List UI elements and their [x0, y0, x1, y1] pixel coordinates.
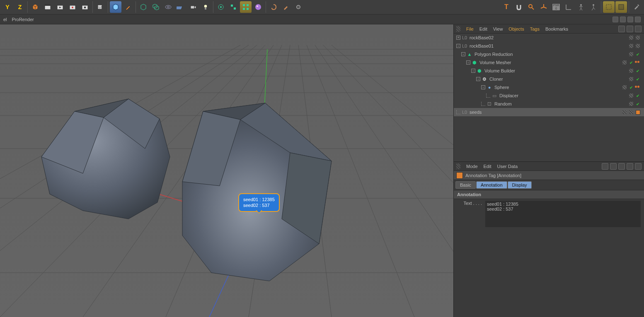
cube-copy-icon[interactable] [150, 1, 162, 13]
pencil-icon[interactable] [122, 1, 134, 13]
cube-wireframe-add-icon[interactable] [138, 1, 149, 13]
tag-enable-icon[interactable] [628, 51, 634, 57]
tag-enable-icon[interactable] [628, 109, 634, 115]
am-nav-back-icon[interactable] [602, 163, 608, 170]
am-menu-mode[interactable]: Mode [466, 164, 478, 169]
cubes-group-icon[interactable] [240, 1, 252, 13]
om-menu-objects[interactable]: Objects [508, 26, 524, 31]
tag-enable-icon[interactable] [628, 101, 634, 107]
tree-expander-icon[interactable]: + [456, 36, 460, 40]
tree-label[interactable]: Cloner [489, 77, 503, 82]
om-menu-view[interactable]: View [493, 26, 503, 31]
tree-expander-icon[interactable] [486, 94, 490, 98]
tree-label[interactable]: Displacer [499, 93, 518, 98]
am-menu-edit[interactable]: Edit [484, 164, 491, 169]
axis-y-icon[interactable]: Y [2, 1, 13, 13]
tag-dots-icon[interactable] [635, 60, 641, 65]
am-nav-up-icon[interactable] [618, 163, 625, 170]
psr-icon[interactable]: PSR0 [550, 1, 562, 13]
tag-check-icon[interactable]: ✔ [635, 51, 641, 57]
tree-row-rockbase02[interactable]: +L0rockBase02 [454, 34, 644, 42]
om-menu-file[interactable]: File [466, 26, 474, 31]
magnet-icon[interactable] [513, 1, 525, 13]
tag-check-icon[interactable]: ✔ [635, 101, 641, 107]
tree-row-seeds[interactable]: L0seeds [454, 108, 644, 116]
cube-shaded-icon[interactable] [110, 1, 121, 13]
brush-icon[interactable] [280, 1, 292, 13]
tag-annotation-icon[interactable] [635, 109, 641, 115]
om-menu-edit[interactable]: Edit [479, 26, 487, 31]
tree-row-rockbase01[interactable]: -L0rockBase01 [454, 42, 644, 50]
om-eye-icon[interactable] [635, 26, 642, 32]
tree-expander-icon[interactable] [481, 102, 485, 106]
clapper-play-icon[interactable] [54, 1, 66, 13]
viewport-rotate-icon[interactable] [627, 17, 633, 22]
am-newwin-icon[interactable] [635, 163, 642, 170]
tag-check-icon[interactable]: ✔ [635, 76, 641, 82]
clapper-icon[interactable] [42, 1, 53, 13]
tag-enable-icon[interactable] [635, 35, 641, 41]
attr-text-value[interactable] [485, 201, 641, 227]
text-icon[interactable]: T [501, 1, 512, 13]
floor-icon[interactable] [175, 1, 186, 13]
tag-check-icon[interactable]: ✔ [628, 60, 634, 65]
selection-a-icon[interactable] [603, 1, 615, 13]
om-home-icon[interactable] [627, 26, 633, 32]
search-icon[interactable] [525, 1, 537, 13]
tree-row-volume-builder[interactable]: -⬢Volume Builder✔ [454, 67, 644, 75]
tree-expander-icon[interactable]: - [471, 69, 475, 73]
tag-enable-icon[interactable] [628, 93, 634, 98]
tag-enable-icon[interactable] [628, 68, 634, 74]
tag-enable-icon[interactable] [628, 35, 634, 41]
sphere-icon[interactable] [252, 1, 264, 13]
om-menu-bookmarks[interactable]: Bookmarks [545, 26, 568, 31]
torus-icon[interactable] [162, 1, 174, 13]
tree-label[interactable]: Sphere [494, 85, 509, 90]
camera-icon[interactable] [187, 1, 199, 13]
viewport-3d[interactable]: seed01 : 12385 seed02 : 537 [0, 24, 453, 317]
am-nav-fwd-icon[interactable] [610, 163, 617, 170]
object-tree[interactable]: +L0rockBase02-L0rockBase01-▲Polygon Redu… [454, 34, 644, 162]
panel-grip-icon[interactable] [456, 163, 460, 169]
tree-expander-icon[interactable]: - [461, 52, 465, 56]
tag-check-icon[interactable]: ✔ [628, 84, 634, 90]
tag-enable-icon[interactable] [622, 109, 627, 115]
tab-annotation[interactable]: Annotation [476, 181, 507, 189]
viewport-menu-el[interactable]: el [3, 17, 7, 22]
axis-widget-icon[interactable] [538, 1, 550, 13]
clapper-stop-icon[interactable] [79, 1, 91, 13]
layer-icon[interactable]: L0 [94, 1, 106, 13]
coords-icon[interactable] [563, 1, 574, 13]
viewport-zoom-icon[interactable] [620, 17, 626, 22]
am-lock-icon[interactable] [627, 163, 633, 170]
tree-label[interactable]: Random [494, 101, 512, 106]
gear-icon[interactable] [293, 1, 304, 13]
panel-grip-icon[interactable] [456, 26, 460, 32]
tree-expander-icon[interactable] [456, 110, 460, 114]
light-icon[interactable] [200, 1, 211, 13]
tree-row-random[interactable]: ⚀Random✔ [454, 100, 644, 108]
tag-enable-icon[interactable] [622, 60, 627, 65]
tree-label[interactable]: rockBase02 [470, 35, 494, 40]
tag-enable-icon[interactable] [628, 43, 634, 49]
tree-label[interactable]: rockBase01 [470, 43, 494, 48]
spiral-icon[interactable] [268, 1, 279, 13]
selection-b-icon[interactable] [615, 1, 627, 13]
tab-display[interactable]: Display [508, 181, 532, 189]
om-search-icon[interactable] [618, 26, 625, 32]
tree-label[interactable]: Volume Mesher [479, 60, 511, 65]
tree-row-sphere[interactable]: -●Sphere✔ [454, 83, 644, 91]
tag-enable-icon[interactable] [622, 84, 627, 90]
om-menu-tags[interactable]: Tags [530, 26, 540, 31]
cube-icon[interactable] [29, 1, 41, 13]
axis-z-icon[interactable]: Z [14, 1, 26, 13]
viewport-pan-icon[interactable] [613, 17, 618, 22]
wrench-icon[interactable] [631, 1, 642, 13]
clapper-rec-icon[interactable] [67, 1, 78, 13]
tree-label[interactable]: Volume Builder [484, 68, 515, 73]
tree-row-volume-mesher[interactable]: -⬢Volume Mesher✔ [454, 58, 644, 67]
tree-expander-icon[interactable]: - [481, 85, 485, 89]
tag-dots-icon[interactable] [635, 84, 641, 90]
tag-check-icon[interactable]: ✔ [635, 68, 641, 74]
tree-row-polygon-reduction[interactable]: -▲Polygon Reduction✔ [454, 50, 644, 58]
